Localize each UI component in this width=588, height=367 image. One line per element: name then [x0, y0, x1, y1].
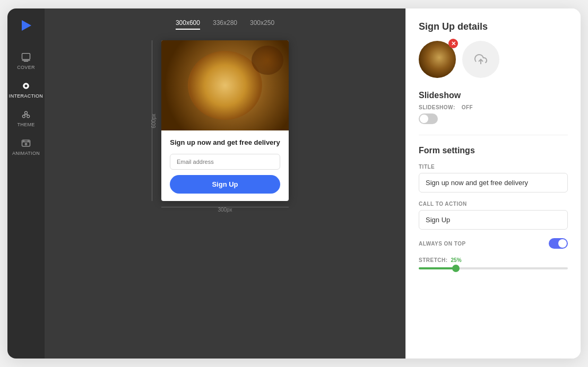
svg-rect-1: [22, 54, 30, 60]
ad-preview-card: Sign up now and get free delivery Sign U…: [161, 40, 289, 201]
stretch-label-row: STRETCH: 25%: [419, 257, 568, 263]
form-settings-section: Form settings TITLE CALL TO ACTION ALWAY…: [419, 135, 568, 269]
always-on-top-toggle[interactable]: [549, 238, 568, 249]
svg-point-7: [22, 115, 25, 118]
ad-headline: Sign up now and get free delivery: [170, 138, 280, 147]
ad-body: Sign up now and get free delivery Sign U…: [161, 130, 289, 201]
svg-line-9: [24, 114, 26, 115]
ad-cta-button[interactable]: Sign Up: [170, 175, 280, 194]
app-logo[interactable]: [18, 17, 34, 34]
title-field-group: TITLE: [419, 164, 568, 193]
stretch-slider-fill: [419, 267, 456, 269]
slideshow-label: SLIDESHOW:: [419, 104, 455, 110]
canvas-tabs: 300x600 336x280 300x250: [176, 17, 274, 30]
slideshow-toggle[interactable]: [419, 113, 438, 124]
slideshow-toggle-row: SLIDESHOW: OFF: [419, 104, 568, 110]
always-on-top-label: ALWAYS ON TOP: [419, 241, 466, 247]
sidebar-animation-label: ANIMATION: [12, 151, 40, 156]
sidebar-item-theme[interactable]: THEME: [7, 104, 45, 133]
add-image-button[interactable]: [462, 41, 499, 78]
canvas-area: 300x600 336x280 300x250 600px Sign up no…: [45, 8, 405, 359]
stretch-row: STRETCH: 25%: [419, 257, 568, 269]
cta-field-group: CALL TO ACTION: [419, 201, 568, 230]
sidebar-cover-label: COVER: [17, 65, 35, 70]
ad-image: [161, 40, 289, 130]
stretch-label: STRETCH:: [419, 257, 448, 263]
slideshow-section: Slideshow SLIDESHOW: OFF: [419, 91, 568, 124]
tab-336x280[interactable]: 336x280: [213, 17, 237, 30]
tab-300x250[interactable]: 300x250: [250, 17, 274, 30]
theme-icon: [21, 109, 31, 120]
title-field-label: TITLE: [419, 164, 568, 170]
sidebar-theme-label: THEME: [18, 122, 35, 127]
height-dimension: 600px: [151, 113, 157, 128]
form-settings-title: Form settings: [419, 146, 568, 155]
sidebar-item-interaction[interactable]: INTERACTION: [7, 75, 45, 104]
slideshow-title: Slideshow: [419, 91, 568, 100]
app-container: COVER INTERACTION THEME: [7, 8, 581, 359]
remove-image-button[interactable]: ✕: [448, 39, 458, 48]
stretch-slider-thumb[interactable]: [452, 265, 460, 272]
thumb-existing: ✕: [419, 41, 456, 78]
cta-field-label: CALL TO ACTION: [419, 201, 568, 207]
svg-point-5: [25, 85, 28, 88]
animation-icon: [21, 138, 31, 148]
title-field-input[interactable]: [419, 173, 568, 193]
image-thumbs-row: ✕: [419, 41, 568, 78]
pizza-image: [161, 40, 289, 130]
stretch-value: 25%: [451, 257, 462, 263]
cta-field-input[interactable]: [419, 210, 568, 230]
canvas-wrapper: 600px Sign up now and get free delivery …: [161, 40, 289, 201]
svg-line-10: [26, 114, 28, 115]
signup-details-title: Sign Up details: [419, 21, 568, 32]
svg-point-15: [25, 143, 27, 145]
right-panel: Sign Up details ✕ Slideshow SLIDESHOW: O…: [405, 8, 581, 359]
sidebar-item-animation[interactable]: ANIMATION: [7, 133, 45, 161]
svg-point-8: [27, 115, 30, 118]
sidebar: COVER INTERACTION THEME: [7, 8, 45, 359]
cover-icon: [21, 52, 31, 63]
ad-email-input[interactable]: [170, 154, 280, 170]
width-dimension: 300px: [218, 207, 232, 213]
upload-icon: [474, 53, 487, 66]
sidebar-item-cover[interactable]: COVER: [7, 47, 45, 75]
svg-point-6: [25, 111, 28, 114]
interaction-icon: [21, 81, 31, 91]
svg-marker-0: [22, 20, 31, 31]
sidebar-interaction-label: INTERACTION: [9, 93, 43, 99]
always-on-top-row: ALWAYS ON TOP: [419, 238, 568, 249]
slideshow-state: OFF: [462, 104, 473, 110]
stretch-slider-track[interactable]: [419, 267, 568, 269]
tab-300x600[interactable]: 300x600: [176, 17, 200, 30]
